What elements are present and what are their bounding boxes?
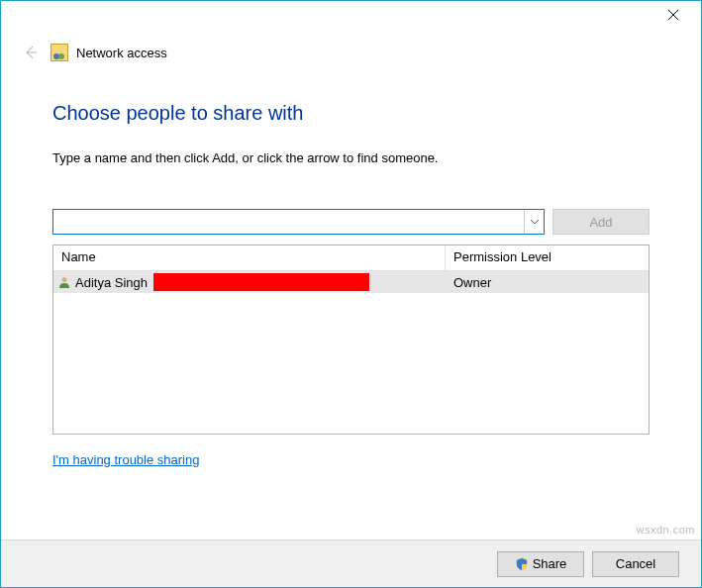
column-header-permission[interactable]: Permission Level: [446, 245, 649, 270]
share-button[interactable]: Share: [497, 551, 584, 577]
titlebar: [1, 1, 701, 33]
input-row: Add: [52, 209, 650, 235]
dropdown-button[interactable]: [524, 210, 544, 234]
cell-permission: Owner: [446, 275, 649, 290]
name-combobox[interactable]: [52, 209, 545, 235]
chevron-down-icon: [531, 220, 539, 225]
close-button[interactable]: [653, 1, 693, 29]
table-header: Name Permission Level: [53, 245, 649, 271]
window-title: Network access: [76, 46, 167, 60]
cancel-button[interactable]: Cancel: [592, 551, 679, 577]
network-access-icon: [50, 44, 68, 61]
watermark: wsxdn.com: [636, 524, 695, 536]
redacted-block: [153, 273, 369, 291]
shield-icon: [515, 557, 529, 571]
name-input[interactable]: [53, 210, 524, 234]
dialog-window: Network access Choose people to share wi…: [0, 0, 702, 588]
help-link[interactable]: I'm having trouble sharing: [52, 452, 199, 467]
cancel-button-label: Cancel: [616, 556, 655, 571]
page-heading: Choose people to share with: [52, 102, 650, 125]
back-button[interactable]: [21, 43, 41, 62]
content-area: Choose people to share with Type a name …: [1, 68, 701, 468]
close-icon: [667, 9, 679, 21]
header-row: Network access: [1, 33, 701, 68]
cell-name: Aditya Singh: [53, 273, 446, 291]
column-header-name[interactable]: Name: [53, 245, 446, 270]
footer: Share Cancel: [1, 539, 701, 587]
svg-point-0: [62, 277, 67, 282]
people-table: Name Permission Level Aditya Singh Owner: [52, 245, 650, 435]
user-icon: [57, 275, 71, 289]
back-arrow-icon: [23, 45, 39, 60]
instruction-text: Type a name and then click Add, or click…: [52, 150, 650, 165]
share-button-label: Share: [533, 556, 567, 571]
table-row[interactable]: Aditya Singh Owner: [53, 271, 649, 293]
add-button: Add: [552, 209, 650, 235]
user-name: Aditya Singh: [75, 275, 148, 290]
